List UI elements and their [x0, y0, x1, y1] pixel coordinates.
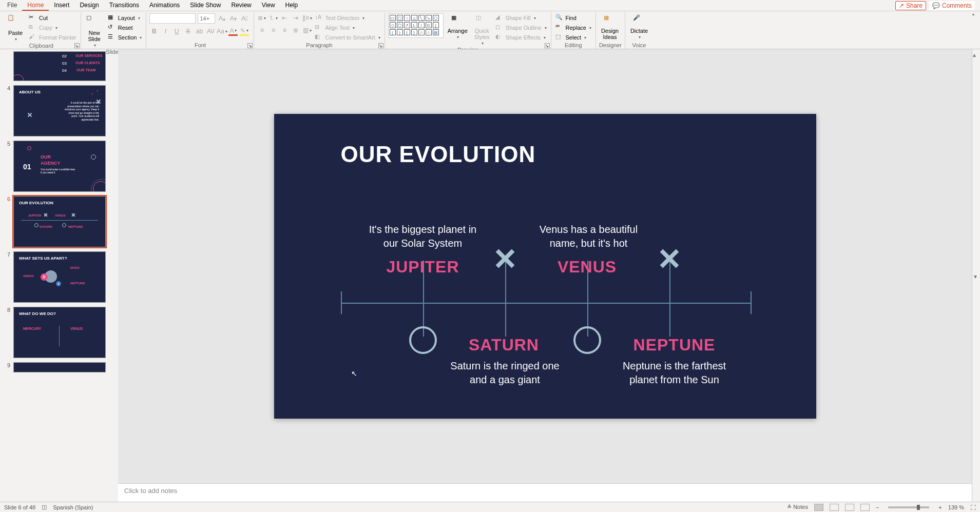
- bold-button[interactable]: B: [149, 27, 159, 36]
- sorter-view-button[interactable]: [830, 504, 839, 511]
- shapes-gallery[interactable]: ▭▢○△╲↘⬡ ◇⬠↗L↕G{ (){}☆☆▤: [388, 13, 444, 38]
- clear-formatting-button[interactable]: A⃠: [240, 14, 249, 23]
- convert-smartart-button[interactable]: ◧Convert to SmartArt▾: [314, 33, 381, 42]
- layout-button[interactable]: ▦Layout▾: [107, 13, 143, 23]
- strike-button[interactable]: S: [183, 27, 193, 36]
- tl-desc[interactable]: It's the biggest planet in our Solar Sys…: [361, 223, 485, 250]
- font-size-select[interactable]: [198, 13, 215, 24]
- tl-label[interactable]: NEPTUNE: [623, 336, 726, 355]
- indent-dec-button[interactable]: ⇤: [280, 13, 289, 23]
- dictate-button[interactable]: 🎤Dictate▾: [628, 13, 650, 41]
- align-left-button[interactable]: ≡: [257, 26, 266, 35]
- tl-desc[interactable]: Saturn is the ringed one and a gas giant: [444, 359, 567, 387]
- reading-view-button[interactable]: [845, 504, 854, 511]
- slide-thumbnail[interactable]: WHAT DO WE DO? MERCURY VENUS: [13, 307, 106, 358]
- increase-font-button[interactable]: A▴: [217, 14, 226, 23]
- shape-outline-button[interactable]: ◻Shape Outline▾: [494, 23, 548, 32]
- zoom-out-button[interactable]: −: [876, 504, 879, 510]
- dialog-launcher[interactable]: ↘: [378, 43, 383, 48]
- notes-toggle[interactable]: ≛ Notes: [787, 504, 808, 510]
- slide-title[interactable]: OUR EVOLUTION: [341, 142, 536, 167]
- tl-label[interactable]: JUPITER: [377, 258, 469, 277]
- normal-view-button[interactable]: [814, 504, 823, 511]
- slide-thumbnail[interactable]: 01 OUR AGENCY You could enter a subtitle…: [13, 141, 106, 192]
- reset-button[interactable]: ↺Reset: [107, 23, 143, 32]
- slide-thumbnail[interactable]: WHAT SETS US APART? VENUS MARS NEPTUNE B…: [13, 251, 106, 303]
- slide-thumbnail-selected[interactable]: OUR EVOLUTION JUPITER VENUS SATURN NEPTU…: [13, 196, 106, 247]
- font-color-button[interactable]: A▾: [228, 27, 238, 36]
- accessibility-icon[interactable]: ◫: [42, 504, 47, 510]
- spacing-button[interactable]: AV: [206, 27, 215, 36]
- tab-help[interactable]: Help: [280, 1, 303, 11]
- line-spacing-button[interactable]: ‖≡▾: [302, 13, 312, 23]
- underline-button[interactable]: U: [172, 27, 181, 36]
- quick-styles-button[interactable]: ◫Quick Styles▾: [472, 13, 492, 47]
- design-ideas-button[interactable]: ▦Design Ideas: [599, 13, 621, 41]
- case-button[interactable]: Aa▾: [217, 27, 226, 36]
- new-slide-button[interactable]: ▢ New Slide▾: [84, 13, 105, 49]
- arrange-button[interactable]: ▦Arrange▾: [446, 13, 470, 41]
- paste-button[interactable]: 📋 Paste▾: [5, 13, 26, 43]
- slide-thumbnail[interactable]: 02 OUR SERVICES 03 OUR CLIENTS 04 OUR TE…: [13, 51, 106, 81]
- indent-inc-button[interactable]: ⇥: [291, 13, 300, 23]
- arrange-icon: ▦: [451, 14, 464, 27]
- bullets-button[interactable]: ≣▾: [257, 13, 266, 23]
- highlight-button[interactable]: ✎▾: [240, 27, 249, 36]
- numbering-button[interactable]: ⒈▾: [268, 13, 278, 23]
- tl-desc[interactable]: Venus has a beautiful name, but it's hot: [530, 223, 648, 250]
- notes-pane[interactable]: Click to add notes: [118, 483, 972, 502]
- tab-transitions[interactable]: Transitions: [104, 1, 144, 11]
- shape-fill-button[interactable]: ◢Shape Fill▾: [494, 13, 548, 23]
- fit-to-window-button[interactable]: ⛶: [970, 504, 976, 510]
- timeline-tick: [505, 261, 506, 337]
- select-button[interactable]: ⬚Select▾: [554, 33, 592, 42]
- shape-effects-button[interactable]: ◐Shape Effects▾: [494, 33, 548, 42]
- slide-thumbnails-panel[interactable]: 02 OUR SERVICES 03 OUR CLIENTS 04 OUR TE…: [0, 49, 118, 502]
- align-center-button[interactable]: ≡: [268, 26, 278, 35]
- tab-slideshow[interactable]: Slide Show: [185, 1, 226, 11]
- decrease-font-button[interactable]: A▾: [228, 14, 238, 23]
- format-painter-button[interactable]: 🖌Format Painter: [28, 33, 78, 42]
- collapse-ribbon-button[interactable]: ˄: [969, 12, 978, 49]
- slide-canvas[interactable]: OUR EVOLUTION It's the biggest planet in…: [274, 114, 816, 419]
- copy-button[interactable]: ⧉Copy▾: [28, 23, 78, 32]
- slide-editor: OUR EVOLUTION It's the biggest planet in…: [118, 49, 972, 502]
- font-family-select[interactable]: [149, 13, 196, 24]
- tab-insert[interactable]: Insert: [49, 1, 74, 11]
- columns-button[interactable]: ▥▾: [302, 26, 312, 35]
- slide-area[interactable]: OUR EVOLUTION It's the biggest planet in…: [118, 49, 972, 483]
- vertical-scrollbar[interactable]: ▴ ▾: [972, 49, 980, 502]
- slide-thumbnail[interactable]: ABOUT US It could be the part of the pre…: [13, 85, 106, 136]
- tab-animations[interactable]: Animations: [144, 1, 185, 11]
- replace-button[interactable]: ᵃᵇReplace▾: [554, 23, 592, 32]
- dialog-launcher[interactable]: ↘: [545, 43, 550, 48]
- tab-view[interactable]: View: [257, 1, 280, 11]
- align-right-button[interactable]: ≡: [280, 26, 289, 35]
- slide-thumbnail[interactable]: [13, 362, 106, 372]
- cut-button[interactable]: ✂Cut: [28, 13, 78, 23]
- tl-label[interactable]: VENUS: [541, 258, 633, 277]
- tl-desc[interactable]: Neptune is the farthest planet from the …: [613, 359, 736, 387]
- tab-review[interactable]: Review: [226, 1, 256, 11]
- section-button[interactable]: ☰Section▾: [107, 33, 143, 42]
- find-button[interactable]: 🔍Find: [554, 13, 592, 23]
- italic-button[interactable]: I: [161, 27, 170, 36]
- tab-design[interactable]: Design: [74, 1, 104, 11]
- dialog-launcher[interactable]: ↘: [74, 43, 80, 48]
- slide-counter[interactable]: Slide 6 of 48: [4, 504, 35, 510]
- align-text-button[interactable]: ⊟Align Text▾: [314, 23, 381, 32]
- share-button[interactable]: ↗Share: [895, 1, 926, 10]
- dialog-launcher[interactable]: ↘: [247, 43, 253, 48]
- shadow-button[interactable]: ab: [195, 27, 204, 36]
- tab-file[interactable]: File: [2, 1, 22, 11]
- justify-button[interactable]: ≣: [291, 26, 300, 35]
- zoom-slider[interactable]: [888, 506, 929, 508]
- comments-button[interactable]: 💬Comments: [929, 1, 975, 10]
- tab-home[interactable]: Home: [22, 1, 49, 11]
- language-status[interactable]: Spanish (Spain): [53, 504, 93, 510]
- zoom-level[interactable]: 139 %: [948, 504, 964, 510]
- zoom-in-button[interactable]: +: [938, 504, 941, 510]
- tl-label[interactable]: SATURN: [458, 336, 550, 355]
- text-direction-button[interactable]: ↕AText Direction▾: [314, 13, 381, 23]
- slideshow-view-button[interactable]: [860, 504, 870, 511]
